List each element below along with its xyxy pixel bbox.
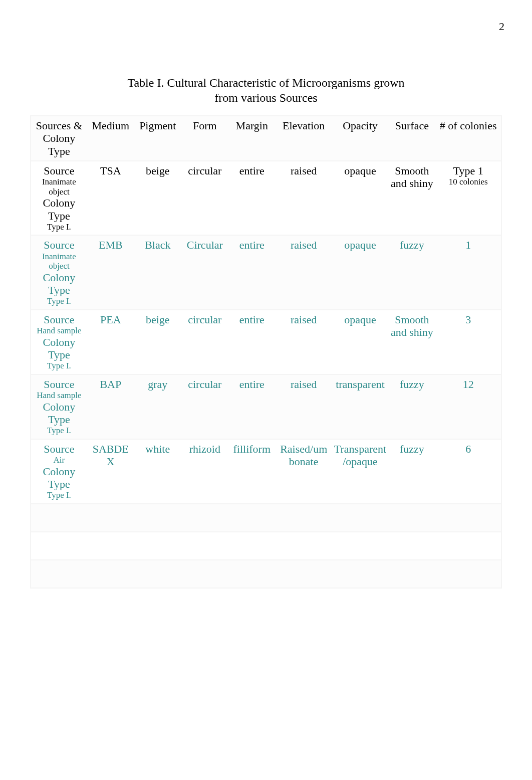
cell-surface: fuzzy xyxy=(388,374,435,439)
source-detail: Hand sample xyxy=(33,326,85,336)
cell-margin: entire xyxy=(228,374,276,439)
source-detail: Inanimate object xyxy=(33,177,85,197)
colonies-main: 1 xyxy=(437,239,499,251)
source-label: Source xyxy=(33,164,85,177)
cell-margin: filliform xyxy=(228,439,276,504)
source-label: Source xyxy=(33,239,85,251)
cell-pigment: white xyxy=(134,439,181,504)
table-row-empty xyxy=(31,532,501,560)
cell-medium: BAP xyxy=(87,374,134,439)
empty-cell xyxy=(228,560,276,588)
empty-cell xyxy=(181,560,228,588)
cell-surface: Smooth and shiny xyxy=(388,310,435,374)
empty-cell xyxy=(435,532,501,560)
source-label: Source xyxy=(33,378,85,391)
empty-cell xyxy=(332,504,389,532)
table-header-row: Sources & Colony Type Medium Pigment For… xyxy=(31,116,501,161)
cell-elevation: Raised/umbonate xyxy=(276,439,332,504)
cell-source: SourceHand sampleColony TypeType I. xyxy=(31,374,87,439)
cell-pigment: gray xyxy=(134,374,181,439)
col-header-sources: Sources & Colony Type xyxy=(31,116,87,161)
colony-label: Colony Type xyxy=(33,401,85,426)
cell-colonies: 1 xyxy=(435,235,501,310)
colony-type: Type I. xyxy=(33,361,85,371)
cell-surface: fuzzy xyxy=(388,235,435,310)
cell-form: rhizoid xyxy=(181,439,228,504)
colonies-main: 12 xyxy=(437,378,499,391)
empty-cell xyxy=(435,560,501,588)
colony-label: Colony Type xyxy=(33,271,85,297)
cell-form: circular xyxy=(181,310,228,374)
title-line-1: Table I. Cultural Characteristic of Micr… xyxy=(127,76,404,89)
empty-cell xyxy=(181,532,228,560)
empty-cell xyxy=(276,532,332,560)
cell-opacity: opaque xyxy=(332,310,389,374)
col-header-colonies: # of colonies xyxy=(435,116,501,161)
characteristics-table: Sources & Colony Type Medium Pigment For… xyxy=(30,115,502,589)
cell-pigment: beige xyxy=(134,310,181,374)
page: 2 Table I. Cultural Characteristic of Mi… xyxy=(0,0,532,780)
empty-cell xyxy=(87,504,134,532)
col-header-margin: Margin xyxy=(228,116,276,161)
table-title: Table I. Cultural Characteristic of Micr… xyxy=(91,75,441,105)
empty-cell xyxy=(134,504,181,532)
cell-margin: entire xyxy=(228,161,276,236)
empty-cell xyxy=(134,560,181,588)
cell-pigment: Black xyxy=(134,235,181,310)
empty-cell xyxy=(332,560,389,588)
cell-surface: Smooth and shiny xyxy=(388,161,435,236)
source-detail: Hand sample xyxy=(33,391,85,401)
colonies-sub: 10 colonies xyxy=(437,177,499,187)
table-row: SourceInanimate objectColony TypeType I.… xyxy=(31,161,501,236)
col-header-pigment: Pigment xyxy=(134,116,181,161)
colonies-main: Type 1 xyxy=(437,164,499,177)
cell-elevation: raised xyxy=(276,374,332,439)
title-line-2: from various Sources xyxy=(214,91,317,104)
cell-colonies: 6 xyxy=(435,439,501,504)
cell-elevation: raised xyxy=(276,235,332,310)
col-header-opacity: Opacity xyxy=(332,116,389,161)
cell-form: circular xyxy=(181,374,228,439)
cell-pigment: beige xyxy=(134,161,181,236)
cell-source: SourceAirColony TypeType I. xyxy=(31,439,87,504)
colony-type: Type I. xyxy=(33,490,85,500)
cell-opacity: Transparent/opaque xyxy=(332,439,389,504)
colony-type: Type I. xyxy=(33,296,85,306)
empty-cell xyxy=(31,560,87,588)
table-row: SourceAirColony TypeType I.SABDEXwhiterh… xyxy=(31,439,501,504)
colony-label: Colony Type xyxy=(33,336,85,361)
empty-cell xyxy=(87,532,134,560)
cell-colonies: 3 xyxy=(435,310,501,374)
cell-margin: entire xyxy=(228,235,276,310)
colony-type: Type I. xyxy=(33,426,85,436)
colony-label: Colony Type xyxy=(33,465,85,491)
cell-medium: SABDEX xyxy=(87,439,134,504)
cell-margin: entire xyxy=(228,310,276,374)
empty-cell xyxy=(228,532,276,560)
empty-cell xyxy=(276,504,332,532)
page-number: 2 xyxy=(499,20,504,33)
cell-elevation: raised xyxy=(276,161,332,236)
colonies-main: 3 xyxy=(437,313,499,326)
table-row: SourceHand sampleColony TypeType I.PEAbe… xyxy=(31,310,501,374)
empty-cell xyxy=(435,504,501,532)
cell-source: SourceInanimate objectColony TypeType I. xyxy=(31,235,87,310)
empty-cell xyxy=(228,504,276,532)
empty-cell xyxy=(87,560,134,588)
col-header-elevation: Elevation xyxy=(276,116,332,161)
table-row: SourceInanimate objectColony TypeType I.… xyxy=(31,235,501,310)
empty-cell xyxy=(276,560,332,588)
col-header-medium: Medium xyxy=(87,116,134,161)
cell-form: Circular xyxy=(181,235,228,310)
cell-colonies: 12 xyxy=(435,374,501,439)
source-label: Source xyxy=(33,443,85,455)
cell-source: SourceInanimate objectColony TypeType I. xyxy=(31,161,87,236)
empty-cell xyxy=(31,504,87,532)
empty-cell xyxy=(332,532,389,560)
cell-medium: EMB xyxy=(87,235,134,310)
source-detail: Inanimate object xyxy=(33,252,85,271)
col-header-form: Form xyxy=(181,116,228,161)
table-row-empty xyxy=(31,504,501,532)
empty-cell xyxy=(31,532,87,560)
table-row-empty xyxy=(31,560,501,588)
